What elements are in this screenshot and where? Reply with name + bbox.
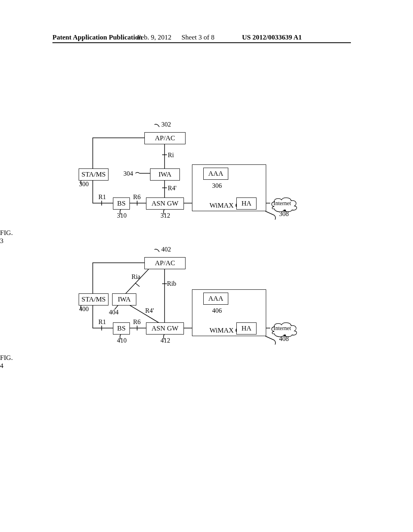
label-ap-ac-4: AP/AC: [155, 259, 175, 267]
label-ha-4: HA: [242, 324, 252, 332]
ref-406: 406: [212, 307, 222, 314]
ref-402: 402: [161, 246, 171, 253]
link-ria: Ria: [131, 273, 140, 281]
box-sta-ms-4: STA/MS: [79, 293, 108, 305]
box-aaa: AAA: [203, 168, 228, 180]
ref-408: 408: [279, 335, 289, 343]
box-ap-ac-4: AP/AC: [144, 257, 186, 269]
label-aaa: AAA: [209, 170, 223, 178]
box-ha-4: HA: [236, 322, 257, 335]
link-r4p-4: R4': [145, 307, 154, 314]
ref-412: 412: [161, 337, 170, 344]
box-iwa-4: IWA: [112, 293, 136, 305]
label-iwa-4: IWA: [118, 295, 131, 303]
ref-404: 404: [109, 309, 119, 316]
box-aaa-4: AAA: [203, 293, 228, 305]
link-r1-4: R1: [98, 318, 106, 326]
page: Patent Application Publication Feb. 9, 2…: [0, 0, 413, 532]
ref-410: 410: [117, 337, 127, 344]
label-sta-ms-4: STA/MS: [81, 295, 106, 303]
label-ha: HA: [242, 200, 252, 208]
label-asn-gw-4: ASN GW: [152, 324, 179, 332]
box-ha: HA: [236, 197, 257, 210]
ref-400: 400: [79, 305, 89, 313]
box-bs-4: BS: [113, 322, 130, 335]
label-aaa-4: AAA: [209, 295, 223, 303]
link-rib: Rib: [167, 280, 176, 287]
fig4-connectors: [0, 0, 413, 532]
box-asn-gw-4: ASN GW: [146, 322, 184, 335]
label-internet-4: Internet: [273, 325, 291, 332]
label-bs-4: BS: [117, 324, 126, 332]
link-r6-4: R6: [133, 318, 141, 326]
